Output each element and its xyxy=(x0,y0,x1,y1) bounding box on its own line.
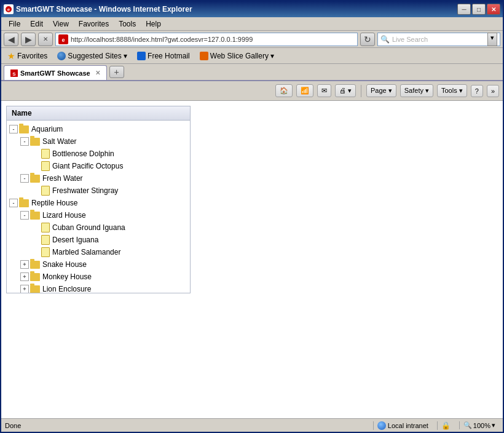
expand-button[interactable]: + xyxy=(20,260,29,269)
tree-node[interactable]: -Fresh Water xyxy=(7,172,190,185)
feeds-button[interactable]: 📶 xyxy=(296,84,313,97)
tree-node[interactable]: Cuban Ground Iguana xyxy=(7,221,190,234)
tree-node[interactable]: Giant Pacific Octopus xyxy=(7,160,190,172)
favorites-bar: ★ Favorites Suggested Sites ▾ Free Hotma… xyxy=(1,48,503,64)
tools-label: Tools ▾ xyxy=(441,87,463,95)
file-icon xyxy=(41,247,50,257)
safety-label: Safety ▾ xyxy=(404,87,429,95)
search-provider-icon: 🔍 xyxy=(380,35,390,44)
zoom-label: 100% xyxy=(473,422,490,429)
favorites-button[interactable]: ★ Favorites xyxy=(5,50,50,62)
home-button[interactable]: 🏠 xyxy=(275,84,293,97)
menu-help[interactable]: Help xyxy=(141,18,166,30)
menu-favorites[interactable]: Favorites xyxy=(74,18,114,30)
zone-indicator: Local intranet xyxy=(373,421,432,430)
tree-node[interactable]: -Reptile House xyxy=(7,197,190,209)
tree-node[interactable]: Bottlenose Dolphin xyxy=(7,148,190,160)
window-title: SmartGWT Showcase - Windows Internet Exp… xyxy=(16,5,192,14)
help-button[interactable]: ? xyxy=(471,85,483,97)
node-label: Aquarium xyxy=(31,125,63,133)
menu-edit[interactable]: Edit xyxy=(25,18,48,30)
node-label: Bottlenose Dolphin xyxy=(52,149,114,158)
tree-node[interactable]: +Lion Enclosure xyxy=(7,283,190,293)
tree-scroll: -Aquarium-Salt WaterBottlenose DolphinGi… xyxy=(7,121,190,293)
svg-text:e: e xyxy=(7,7,10,12)
menu-view[interactable]: View xyxy=(48,18,74,30)
tree-node[interactable]: Desert Iguana xyxy=(7,234,190,246)
expand-button[interactable]: - xyxy=(20,211,29,220)
title-bar-left: e SmartGWT Showcase - Windows Internet E… xyxy=(4,4,192,14)
web-slice-gallery-button[interactable]: Web Slice Gallery ▾ xyxy=(197,50,277,62)
menu-bar: File Edit View Favorites Tools Help xyxy=(1,17,503,31)
suggested-sites-button[interactable]: Suggested Sites ▾ xyxy=(55,50,130,62)
tree-node[interactable]: -Salt Water xyxy=(7,135,190,148)
expand-button[interactable]: + xyxy=(20,285,29,293)
expand-button[interactable]: - xyxy=(9,199,18,207)
tab-favicon: S xyxy=(10,70,18,77)
safety-button[interactable]: Safety ▾ xyxy=(400,84,433,97)
status-right: Local intranet 🔒 🔍 100% ▾ xyxy=(373,421,499,430)
status-text: Done xyxy=(5,422,373,429)
title-bar: e SmartGWT Showcase - Windows Internet E… xyxy=(1,1,503,17)
search-input[interactable]: Live Search xyxy=(392,36,487,43)
free-hotmail-button[interactable]: Free Hotmail xyxy=(135,50,192,62)
node-label: Giant Pacific Octopus xyxy=(52,162,123,170)
tree-header: Name xyxy=(7,106,190,121)
file-icon xyxy=(41,161,50,171)
go-button[interactable]: ↻ xyxy=(360,33,375,46)
node-label: Salt Water xyxy=(42,137,77,146)
new-tab-button[interactable]: + xyxy=(109,66,124,78)
menu-tools[interactable]: Tools xyxy=(114,18,141,30)
close-button[interactable]: ✕ xyxy=(487,4,500,15)
content-area: Name -Aquarium-Salt WaterBottlenose Dolp… xyxy=(1,101,503,432)
tree-node[interactable]: +Monkey House xyxy=(7,271,190,283)
expand-button[interactable]: - xyxy=(20,174,29,183)
expand-button[interactable]: - xyxy=(9,125,18,133)
security-indicator: 🔒 xyxy=(437,421,454,430)
folder-icon xyxy=(30,212,40,220)
url-display[interactable]: http://localhost:8888/index.html?gwt.cod… xyxy=(71,36,355,43)
tree-node[interactable]: -Lizard House xyxy=(7,209,190,221)
expand-button[interactable]: + xyxy=(20,272,29,281)
globe-icon xyxy=(377,421,386,430)
folder-icon xyxy=(30,285,40,293)
search-submit-button[interactable]: ▾ xyxy=(487,33,497,46)
node-label: Lizard House xyxy=(42,211,86,220)
node-label: Snake House xyxy=(42,260,87,269)
svg-text:e: e xyxy=(61,37,65,43)
favorites-label: Favorites xyxy=(17,52,47,60)
read-mail-button[interactable]: ✉ xyxy=(317,84,331,97)
node-label: Cuban Ground Iguana xyxy=(52,223,125,232)
zoom-chevron: ▾ xyxy=(492,421,495,429)
tools-button[interactable]: Tools ▾ xyxy=(437,84,467,97)
maximize-button[interactable]: □ xyxy=(472,4,486,15)
ie-icon xyxy=(57,52,66,60)
back-button[interactable]: ◀ xyxy=(4,33,18,46)
tree-node[interactable]: Marbled Salamander xyxy=(7,246,190,258)
page-button[interactable]: Page ▾ xyxy=(366,84,396,97)
forward-button[interactable]: ▶ xyxy=(21,33,36,46)
tree-node[interactable]: -Aquarium xyxy=(7,123,190,135)
node-label: Monkey House xyxy=(42,272,92,281)
tree-node[interactable]: +Snake House xyxy=(7,258,190,271)
zoom-indicator[interactable]: 🔍 100% ▾ xyxy=(459,421,499,429)
minimize-button[interactable]: ─ xyxy=(457,4,471,15)
expand-button[interactable]: - xyxy=(20,137,29,146)
tab-close-button[interactable]: ✕ xyxy=(95,70,100,76)
node-label: Desert Iguana xyxy=(52,236,98,244)
menu-file[interactable]: File xyxy=(4,18,25,30)
active-tab[interactable]: S SmartGWT Showcase ✕ xyxy=(4,65,107,80)
help-label: ? xyxy=(475,87,479,95)
node-label: Lion Enclosure xyxy=(42,285,91,293)
hotmail-icon xyxy=(137,52,146,60)
lock-icon: 🔒 xyxy=(441,421,451,430)
file-icon xyxy=(41,149,50,159)
refresh-stop-button[interactable]: ✕ xyxy=(38,33,53,46)
print-button[interactable]: 🖨 ▾ xyxy=(335,84,356,97)
file-icon xyxy=(41,235,50,245)
tree-body[interactable]: -Aquarium-Salt WaterBottlenose DolphinGi… xyxy=(7,121,190,293)
zoom-icon: 🔍 xyxy=(463,421,472,429)
expand-toolbar-button[interactable]: » xyxy=(487,85,499,97)
tree-header-label: Name xyxy=(12,109,32,117)
tree-node[interactable]: Freshwater Stingray xyxy=(7,185,190,197)
